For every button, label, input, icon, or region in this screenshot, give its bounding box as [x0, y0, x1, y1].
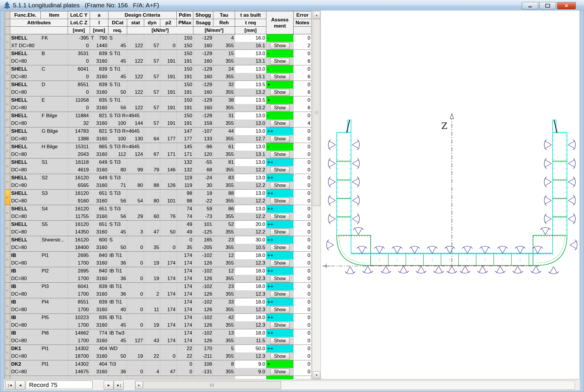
record-line-1: ▷SHELLS316120651S Ti398188813.0++0 — [5, 190, 311, 197]
show-button[interactable]: Show — [270, 89, 290, 96]
show-button[interactable]: Show — [270, 151, 290, 158]
scroll-up-button[interactable]: ▲ — [313, 11, 320, 19]
show-button[interactable]: Show — [270, 182, 290, 189]
record-selector[interactable]: ▷ — [5, 252, 10, 267]
cell-dcat: IB Ti1 — [108, 314, 127, 322]
cell-pdim: 145 — [177, 143, 193, 151]
close-button[interactable]: ✕ — [557, 2, 576, 9]
show-button[interactable]: Show — [270, 322, 290, 329]
cell-stat: 130 — [127, 135, 144, 143]
record-selector[interactable]: ▷ — [5, 190, 10, 205]
col-lolc-y: LoLC Y — [68, 11, 90, 19]
cell-lolc-y: 3531 — [68, 50, 90, 58]
cell-p2-empty — [160, 190, 177, 197]
record-selector[interactable]: ▷ — [5, 112, 10, 127]
show-button[interactable]: Show — [270, 167, 290, 173]
record-selector[interactable]: ▷ — [5, 298, 10, 314]
show-button[interactable]: Show — [270, 120, 290, 127]
main-content: Func.Ele. Item LoLC Y a Design Criteria … — [4, 11, 580, 390]
record-selector[interactable]: ▷ — [5, 65, 10, 81]
cell-shogg: -129 — [193, 34, 213, 42]
cell-attributes: DC=80 — [10, 259, 68, 267]
last-record-button[interactable]: ►| — [114, 381, 124, 390]
record-selector[interactable]: ▷ — [5, 34, 10, 50]
scroll-down-button[interactable]: ▼ — [313, 371, 320, 379]
assessment-cell: ++ — [266, 314, 294, 322]
previous-record-button[interactable]: ◄ — [15, 381, 25, 390]
show-button[interactable]: Show — [270, 260, 290, 267]
cell-shogg: -129 — [193, 81, 213, 89]
cell-ssagg: 160 — [193, 57, 213, 65]
show-button[interactable]: Show — [270, 136, 290, 142]
cell-shogg: -129 — [193, 65, 213, 73]
cell-lolc-z: 1700 — [68, 275, 90, 283]
cell-a: 840 — [90, 267, 108, 275]
vertical-scrollbar[interactable]: ▲ ▼ — [312, 11, 321, 380]
record-selector[interactable]: ▷ — [5, 50, 10, 65]
show-button[interactable]: Show — [270, 105, 290, 111]
cell-pdim: 174 — [177, 329, 193, 337]
cell-error-2: 2 — [294, 42, 311, 50]
record-selector[interactable]: ▷ — [5, 81, 10, 96]
record-selector[interactable]: ▷ — [5, 345, 10, 360]
restore-button[interactable] — [539, 2, 556, 9]
record-indicator[interactable]: Record 75 — [26, 381, 93, 389]
cell-t-as-built: 13.5 — [235, 96, 266, 104]
cell-stat: 19 — [127, 352, 144, 360]
show-button[interactable]: Show — [270, 58, 290, 65]
cell-tau: 24 — [213, 65, 235, 73]
record-selector[interactable]: ▷ — [5, 221, 10, 236]
cell-func-ele: SHELL — [10, 127, 41, 135]
horizontal-scrollbar[interactable]: ◄ ► — [135, 381, 575, 390]
record-selector[interactable]: ▷ — [5, 158, 10, 174]
show-button[interactable]: Show — [270, 306, 290, 313]
cell-dyn: 35 — [144, 244, 160, 252]
cell-error-2: 0 — [294, 151, 311, 158]
cell-shogg: -24 — [193, 174, 213, 182]
record-selector[interactable]: ▷ — [5, 96, 10, 112]
cell-dyn: 57 — [144, 88, 160, 96]
show-button[interactable]: Show — [270, 353, 290, 360]
show-button[interactable]: Show — [270, 42, 290, 49]
record-selector[interactable]: ▷ — [5, 314, 10, 329]
cell-reh: 355 — [213, 135, 235, 143]
cell-stat-empty — [127, 34, 144, 42]
record-selector[interactable]: ▷ — [5, 283, 10, 298]
show-button[interactable]: Show — [270, 74, 290, 80]
next-record-button[interactable]: ► — [104, 381, 114, 390]
record-selector[interactable]: ▷ — [5, 329, 10, 345]
show-button[interactable]: Show — [270, 244, 290, 251]
record-selector[interactable]: ▷ — [5, 127, 10, 143]
cell-stat: 0 — [127, 368, 144, 376]
record-selector[interactable]: ▷ — [5, 143, 10, 158]
cell-l: 3160 — [90, 368, 108, 376]
record-selector[interactable]: ▷ — [5, 267, 10, 283]
cell-t-as-built: 13.0 — [235, 158, 266, 166]
cell-p2: 191 — [160, 88, 177, 96]
cell-error-1: 0 — [294, 34, 311, 42]
show-button[interactable]: Show — [270, 275, 290, 282]
show-button[interactable]: Show — [270, 369, 290, 375]
cell-l: 3160 — [90, 244, 108, 252]
show-button[interactable]: Show — [270, 198, 290, 204]
cell-error-2: 0 — [294, 166, 311, 174]
record-selector[interactable]: ▷ — [5, 174, 10, 190]
show-button[interactable]: Show — [270, 229, 290, 236]
cell-t-as-built: 16.0 — [235, 34, 266, 42]
minimize-button[interactable] — [522, 2, 538, 9]
record-marker-icon: ▷ — [6, 335, 8, 338]
record-selector[interactable]: ▷ — [5, 236, 10, 252]
horizontal-scroll-thumb[interactable] — [143, 381, 281, 389]
cell-tau: 88 — [213, 190, 235, 197]
record-selector[interactable]: ▷ — [5, 360, 10, 376]
cell-p2-empty — [160, 205, 177, 213]
vertical-scroll-thumb[interactable] — [313, 19, 320, 206]
show-button[interactable]: Show — [270, 213, 290, 220]
record-selector[interactable]: ▷ — [5, 205, 10, 221]
show-button[interactable]: Show — [270, 291, 290, 298]
scroll-right-button[interactable]: ► — [135, 381, 143, 389]
show-button[interactable]: Show — [270, 338, 290, 344]
record-line-2: DC=80138831601001306417717713335512.7Sho… — [5, 135, 311, 143]
cell-func-ele: SHELL — [10, 96, 41, 104]
first-record-button[interactable]: |◄ — [5, 381, 15, 390]
